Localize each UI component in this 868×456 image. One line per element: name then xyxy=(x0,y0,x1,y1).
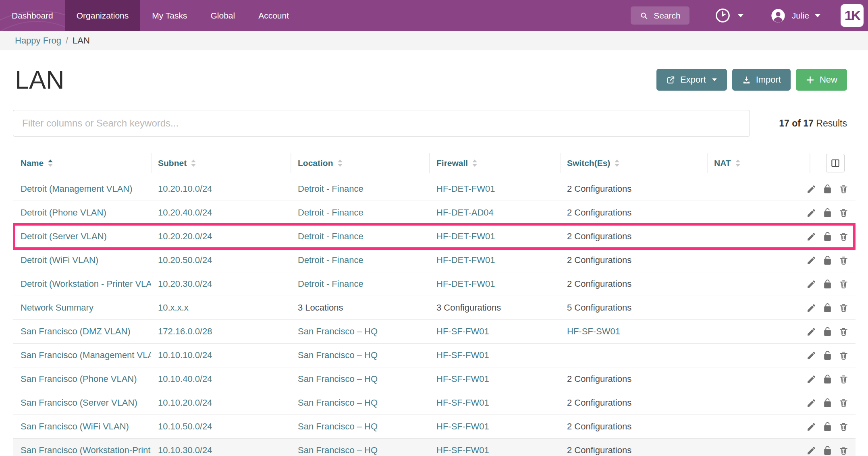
delete-icon[interactable] xyxy=(839,350,849,361)
unlock-icon[interactable] xyxy=(822,208,833,218)
unlock-icon[interactable] xyxy=(822,255,833,265)
table-row[interactable]: Detroit (WiFi VLAN) 10.20.50.0/24 Detroi… xyxy=(13,248,856,272)
unlock-icon[interactable] xyxy=(822,232,833,242)
cell-location[interactable]: Detroit - Finance xyxy=(291,184,429,194)
cell-subnet[interactable]: 10.10.30.0/24 xyxy=(151,445,291,456)
cell-subnet[interactable]: 10.10.10.0/24 xyxy=(151,350,291,361)
unlock-icon[interactable] xyxy=(822,398,833,408)
cell-location[interactable]: San Francisco – HQ xyxy=(291,398,429,408)
edit-icon[interactable] xyxy=(806,398,816,408)
cell-firewall[interactable]: HF-DET-FW01 xyxy=(429,184,560,194)
export-button[interactable]: Export xyxy=(656,69,727,91)
delete-icon[interactable] xyxy=(839,398,849,408)
cell-name[interactable]: San Francisco (WiFi VLAN) xyxy=(13,421,151,432)
table-row[interactable]: Detroit (Workstation - Printer VLAN) 10.… xyxy=(13,272,856,296)
column-header-firewall[interactable]: Firewall xyxy=(429,149,560,177)
cell-name[interactable]: San Francisco (Phone VLAN) xyxy=(13,374,151,384)
cell-switches[interactable]: 2 Configurations xyxy=(560,279,707,289)
cell-subnet[interactable]: 10.20.50.0/24 xyxy=(151,255,291,265)
cell-location[interactable]: 3 Locations xyxy=(291,303,429,313)
filter-input[interactable] xyxy=(13,110,750,137)
delete-icon[interactable] xyxy=(839,327,849,337)
import-button[interactable]: Import xyxy=(732,69,791,91)
nav-tab-my-tasks[interactable]: My Tasks xyxy=(140,0,199,31)
search-button[interactable]: Search xyxy=(631,6,689,25)
cell-firewall[interactable]: HF-SF-FW01 xyxy=(429,374,560,384)
cell-name[interactable]: Detroit (Workstation - Printer VLAN) xyxy=(13,279,151,289)
cell-switches[interactable]: HF-SF-SW01 xyxy=(560,326,707,337)
cell-firewall[interactable]: HF-SF-FW01 xyxy=(429,421,560,432)
table-row[interactable]: Detroit (Phone VLAN) 10.20.40.0/24 Detro… xyxy=(13,201,856,224)
edit-icon[interactable] xyxy=(806,232,816,242)
nav-tab-account[interactable]: Account xyxy=(247,0,301,31)
unlock-icon[interactable] xyxy=(822,327,833,337)
cell-firewall[interactable]: HF-DET-FW01 xyxy=(429,255,560,265)
cell-subnet[interactable]: 10.10.50.0/24 xyxy=(151,421,291,432)
cell-firewall[interactable]: HF-DET-FW01 xyxy=(429,231,560,242)
cell-subnet[interactable]: 10.20.30.0/24 xyxy=(151,279,291,289)
delete-icon[interactable] xyxy=(839,208,849,218)
table-row[interactable]: Detroit (Server VLAN) 10.20.20.0/24 Detr… xyxy=(13,224,856,248)
new-button[interactable]: New xyxy=(796,69,847,91)
cell-name[interactable]: San Francisco (Workstation-Printer VLAN) xyxy=(13,445,151,456)
delete-icon[interactable] xyxy=(839,374,849,384)
cell-subnet[interactable]: 10.20.40.0/24 xyxy=(151,207,291,218)
cell-subnet[interactable]: 10.20.10.0/24 xyxy=(151,184,291,194)
cell-firewall[interactable]: HF-DET-FW01 xyxy=(429,279,560,289)
table-row[interactable]: Network Summary 10.x.x.x 3 Locations 3 C… xyxy=(13,296,856,319)
cell-name[interactable]: Network Summary xyxy=(13,303,151,313)
column-settings-button[interactable] xyxy=(826,154,845,172)
recent-items-menu[interactable] xyxy=(714,7,743,24)
edit-icon[interactable] xyxy=(806,446,816,456)
cell-location[interactable]: Detroit - Finance xyxy=(291,255,429,265)
edit-icon[interactable] xyxy=(806,255,816,265)
cell-firewall[interactable]: 3 Configurations xyxy=(429,303,560,313)
cell-location[interactable]: San Francisco – HQ xyxy=(291,421,429,432)
column-header-nat[interactable]: NAT xyxy=(707,149,810,177)
cell-subnet[interactable]: 172.16.0.0/28 xyxy=(151,326,291,337)
unlock-icon[interactable] xyxy=(822,350,833,361)
cell-switches[interactable]: 2 Configurations xyxy=(560,398,707,408)
unlock-icon[interactable] xyxy=(822,303,833,313)
brand-logo[interactable]: 1K xyxy=(841,4,864,27)
edit-icon[interactable] xyxy=(806,374,816,384)
table-row[interactable]: San Francisco (DMZ VLAN) 172.16.0.0/28 S… xyxy=(13,319,856,343)
cell-firewall[interactable]: HF-SF-FW01 xyxy=(429,398,560,408)
delete-icon[interactable] xyxy=(839,446,849,456)
cell-location[interactable]: Detroit - Finance xyxy=(291,231,429,242)
cell-name[interactable]: Detroit (Management VLAN) xyxy=(13,184,151,194)
breadcrumb-org-link[interactable]: Happy Frog xyxy=(15,35,61,46)
table-row[interactable]: San Francisco (Workstation-Printer VLAN)… xyxy=(13,438,856,456)
cell-switches[interactable]: 2 Configurations xyxy=(560,421,707,432)
column-header-subnet[interactable]: Subnet xyxy=(151,149,291,177)
cell-location[interactable]: Detroit - Finance xyxy=(291,279,429,289)
cell-firewall[interactable]: HF-SF-FW01 xyxy=(429,350,560,361)
delete-icon[interactable] xyxy=(839,303,849,313)
column-header-name[interactable]: Name xyxy=(13,149,151,177)
cell-firewall[interactable]: HF-SF-FW01 xyxy=(429,326,560,337)
cell-name[interactable]: Detroit (Phone VLAN) xyxy=(13,207,151,218)
table-row[interactable]: San Francisco (Server VLAN) 10.10.20.0/2… xyxy=(13,391,856,415)
delete-icon[interactable] xyxy=(839,255,849,265)
column-header-switches[interactable]: Switch(Es) xyxy=(560,149,707,177)
table-row[interactable]: San Francisco (Management VLAN) 10.10.10… xyxy=(13,343,856,367)
cell-switches[interactable]: 2 Configurations xyxy=(560,255,707,265)
nav-tab-global[interactable]: Global xyxy=(199,0,247,31)
cell-switches[interactable]: 2 Configurations xyxy=(560,231,707,242)
cell-switches[interactable]: 5 Configurations xyxy=(560,303,707,313)
cell-firewall[interactable]: HF-DET-AD04 xyxy=(429,207,560,218)
cell-location[interactable]: San Francisco – HQ xyxy=(291,445,429,456)
cell-subnet[interactable]: 10.10.40.0/24 xyxy=(151,374,291,384)
edit-icon[interactable] xyxy=(806,208,816,218)
cell-name[interactable]: San Francisco (DMZ VLAN) xyxy=(13,326,151,337)
unlock-icon[interactable] xyxy=(822,446,833,456)
nav-tab-dashboard[interactable]: Dashboard xyxy=(0,0,65,31)
cell-location[interactable]: San Francisco – HQ xyxy=(291,326,429,337)
unlock-icon[interactable] xyxy=(822,184,833,194)
cell-firewall[interactable]: HF-SF-FW01 xyxy=(429,445,560,456)
edit-icon[interactable] xyxy=(806,422,816,432)
delete-icon[interactable] xyxy=(839,422,849,432)
delete-icon[interactable] xyxy=(839,279,849,289)
cell-name[interactable]: Detroit (Server VLAN) xyxy=(13,231,151,242)
cell-switches[interactable]: 2 Configurations xyxy=(560,445,707,456)
